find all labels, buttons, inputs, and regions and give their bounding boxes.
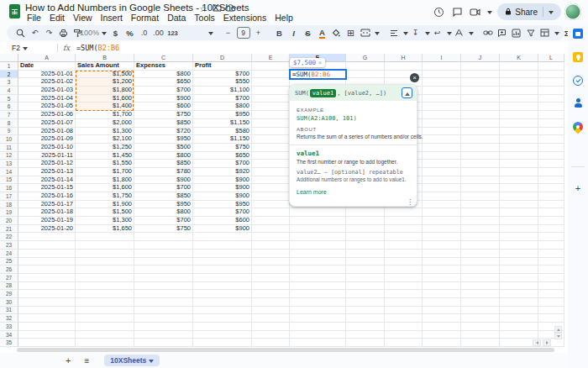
- cell-F35[interactable]: [290, 339, 346, 347]
- cell-H30[interactable]: [385, 298, 423, 307]
- cell-E22[interactable]: [252, 233, 290, 241]
- cell-D15[interactable]: $900: [193, 176, 252, 185]
- cell-H27[interactable]: [385, 274, 423, 282]
- cell-E34[interactable]: [252, 331, 290, 339]
- column-header-G[interactable]: G: [346, 54, 385, 62]
- cell-J31[interactable]: [461, 307, 500, 315]
- cell-A24[interactable]: [18, 250, 76, 258]
- cell-D8[interactable]: $1,150: [193, 119, 252, 128]
- cell-J1[interactable]: [461, 62, 500, 71]
- cell-C21[interactable]: $750: [134, 225, 193, 234]
- cell-C23[interactable]: [134, 241, 193, 250]
- scroll-up-button[interactable]: [554, 326, 562, 333]
- cell-H28[interactable]: [385, 282, 423, 291]
- cell-L20[interactable]: [538, 217, 564, 225]
- cell-B19[interactable]: $1,500: [76, 208, 134, 217]
- cell-B25[interactable]: [76, 258, 134, 266]
- row-header-16[interactable]: 16: [0, 184, 18, 192]
- cell-A20[interactable]: 2025-01-19: [18, 217, 76, 225]
- row-header-32[interactable]: 32: [0, 314, 18, 323]
- cell-B8[interactable]: $2,000: [76, 119, 134, 128]
- cell-B11[interactable]: $1,250: [76, 144, 134, 152]
- cell-F23[interactable]: [290, 241, 346, 250]
- zoom-select[interactable]: 100%: [87, 26, 99, 39]
- cell-F19[interactable]: [290, 208, 346, 217]
- cell-H25[interactable]: [385, 258, 423, 266]
- cell-E21[interactable]: [252, 225, 290, 234]
- cell-K16[interactable]: [500, 184, 538, 192]
- cell-I2[interactable]: [423, 71, 461, 79]
- column-header-D[interactable]: D: [193, 54, 252, 62]
- menu-edit[interactable]: Edit: [45, 13, 69, 24]
- cell-L22[interactable]: [538, 233, 564, 241]
- cell-J11[interactable]: [461, 144, 500, 152]
- insert-link-icon[interactable]: [482, 26, 494, 39]
- cell-D31[interactable]: [193, 307, 252, 315]
- strikethrough-button[interactable]: S: [302, 26, 314, 39]
- cell-A3[interactable]: 2025-01-02: [18, 78, 76, 87]
- cell-C10[interactable]: $950: [134, 135, 193, 144]
- search-menus-icon[interactable]: [15, 26, 27, 39]
- cell-I29[interactable]: [423, 290, 461, 298]
- cell-D18[interactable]: $950: [193, 201, 252, 209]
- cell-I11[interactable]: [423, 144, 461, 152]
- cell-B20[interactable]: $1,300: [76, 217, 134, 225]
- row-header-7[interactable]: 7: [0, 111, 18, 119]
- cell-G28[interactable]: [346, 282, 385, 291]
- cell-G30[interactable]: [346, 298, 385, 307]
- row-header-28[interactable]: 28: [0, 282, 18, 291]
- row-header-18[interactable]: 18: [0, 201, 18, 209]
- undo-icon[interactable]: ↶: [29, 26, 41, 39]
- text-rotation-icon[interactable]: [454, 26, 465, 39]
- cell-K29[interactable]: [500, 290, 538, 298]
- cell-B6[interactable]: $1,400: [76, 103, 134, 111]
- cell-B13[interactable]: $1,550: [76, 160, 134, 168]
- cell-E26[interactable]: [252, 265, 290, 274]
- text-wrap-icon[interactable]: ↩: [432, 26, 444, 39]
- get-add-ons-icon[interactable]: +: [573, 183, 583, 193]
- cell-A10[interactable]: 2025-01-09: [18, 135, 76, 144]
- sheet-tab-menu-icon[interactable]: [149, 360, 154, 365]
- chevron-down-icon[interactable]: [554, 32, 559, 38]
- cell-I23[interactable]: [423, 241, 461, 250]
- cell-D13[interactable]: $700: [193, 160, 252, 168]
- cell-J17[interactable]: [461, 192, 500, 201]
- cell-J22[interactable]: [461, 233, 500, 241]
- cell-D1[interactable]: Profit: [193, 62, 252, 71]
- cell-J24[interactable]: [461, 250, 500, 258]
- collapse-help-button[interactable]: [402, 87, 412, 98]
- borders-icon[interactable]: ⊞: [345, 26, 357, 39]
- cell-G33[interactable]: [346, 323, 385, 331]
- cell-J7[interactable]: [461, 111, 500, 119]
- cell-E31[interactable]: [252, 307, 290, 315]
- cell-K14[interactable]: [500, 168, 538, 176]
- cell-B16[interactable]: $1,600: [76, 184, 134, 192]
- cell-C9[interactable]: $720: [134, 128, 193, 136]
- cell-B31[interactable]: [76, 307, 134, 315]
- cell-K6[interactable]: [500, 103, 538, 111]
- row-header-2[interactable]: 2: [0, 71, 18, 79]
- cell-E20[interactable]: [252, 217, 290, 225]
- cell-L18[interactable]: [538, 201, 564, 209]
- cell-L25[interactable]: [538, 258, 564, 266]
- cell-D19[interactable]: $700: [193, 208, 252, 217]
- share-options-chevron-icon[interactable]: [549, 11, 554, 17]
- cell-E25[interactable]: [252, 258, 290, 266]
- row-header-30[interactable]: 30: [0, 298, 18, 307]
- cell-L13[interactable]: [538, 160, 564, 168]
- cell-L28[interactable]: [538, 282, 564, 291]
- cell-E8[interactable]: [252, 119, 290, 128]
- create-filter-icon[interactable]: [525, 26, 537, 39]
- cell-G21[interactable]: [346, 225, 385, 234]
- cell-A2[interactable]: 2025-01-01: [18, 71, 76, 79]
- cell-F30[interactable]: [290, 298, 346, 307]
- cell-K1[interactable]: [500, 62, 538, 71]
- cell-E27[interactable]: [252, 274, 290, 282]
- comment-history-icon[interactable]: [448, 3, 466, 21]
- cell-E17[interactable]: [252, 192, 290, 201]
- cell-L12[interactable]: [538, 152, 564, 160]
- cell-I24[interactable]: [423, 250, 461, 258]
- cell-L4[interactable]: [538, 87, 564, 95]
- cell-I25[interactable]: [423, 258, 461, 266]
- keep-icon[interactable]: [573, 52, 583, 62]
